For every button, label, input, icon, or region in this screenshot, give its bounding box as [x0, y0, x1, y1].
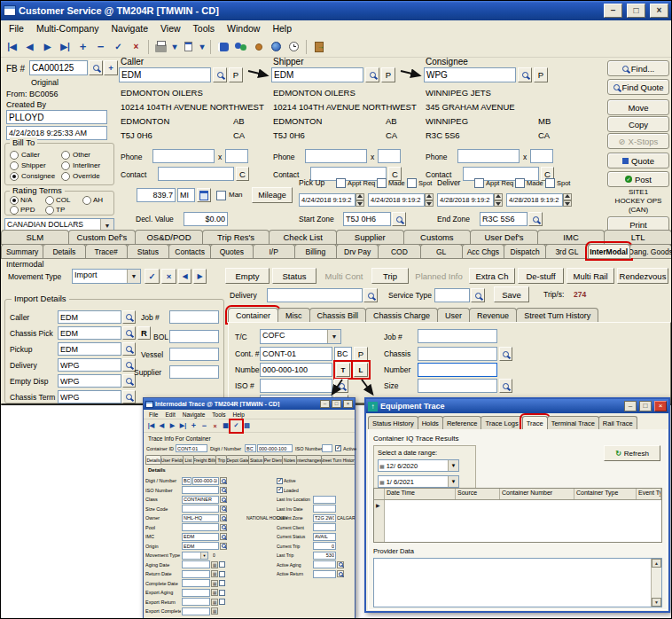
id-empty-disp-input[interactable]: [58, 374, 121, 388]
maximize-icon[interactable]: □: [639, 401, 652, 411]
date-to-picker[interactable]: ▦ 1/ 6/2021 ▼: [378, 475, 459, 488]
fb-new-icon[interactable]: +: [104, 60, 118, 75]
delete-record-icon[interactable]: −: [92, 38, 109, 55]
minimize-icon[interactable]: –: [320, 400, 330, 408]
save-trace-icon[interactable]: ✓: [231, 421, 241, 431]
job2-input[interactable]: [418, 329, 497, 343]
new-record-icon[interactable]: +: [74, 38, 91, 55]
caller-lookup-icon[interactable]: [213, 67, 227, 82]
movement-type-select[interactable]: Import ▼: [72, 269, 141, 284]
cont-prefix-input[interactable]: [334, 347, 352, 361]
tab-dispatch[interactable]: Dispatch: [504, 244, 546, 258]
lookup-icon[interactable]: [220, 524, 227, 531]
fb-lookup-icon[interactable]: [89, 60, 103, 75]
print-icon[interactable]: [152, 38, 169, 55]
deliver-date-from-spinner[interactable]: [494, 193, 503, 207]
rating-na-radio[interactable]: [10, 196, 19, 205]
iso-input[interactable]: [182, 486, 219, 494]
origin-input[interactable]: [182, 542, 219, 550]
tab-list[interactable]: List: [183, 455, 193, 464]
deliver-appt-checkbox[interactable]: [474, 178, 484, 188]
cancel-record-icon[interactable]: ×: [210, 421, 220, 431]
tab-per-diem[interactable]: Per Diem: [263, 455, 284, 464]
nav-first-icon[interactable]: |◀: [4, 38, 20, 55]
tab-container[interactable]: Container: [228, 308, 278, 322]
movement-cancel-icon[interactable]: ×: [161, 269, 176, 284]
menu-help[interactable]: Help: [266, 21, 298, 35]
tab-check-list[interactable]: Check List: [269, 230, 337, 244]
pickup-made-checkbox[interactable]: [377, 178, 387, 188]
digit-prefix-input[interactable]: [245, 444, 256, 452]
chevron-down-icon[interactable]: ▼: [448, 460, 458, 471]
rating-tp-radio[interactable]: [45, 206, 54, 215]
shipper-code-input[interactable]: [271, 67, 363, 82]
id-chassis-term-lookup-icon[interactable]: [122, 390, 136, 404]
minimize-icon[interactable]: –: [604, 4, 622, 18]
move-button[interactable]: Move: [607, 99, 669, 115]
id-chassis-pick-lookup-icon[interactable]: [122, 326, 136, 340]
tab-chassis-charge[interactable]: Chassis Charge: [365, 308, 438, 322]
user-icon[interactable]: [250, 38, 267, 55]
current-trip-input[interactable]: [313, 542, 336, 550]
tab-holds[interactable]: Holds: [418, 416, 443, 429]
menu-help[interactable]: Help: [230, 411, 248, 418]
created-by-input[interactable]: [6, 110, 107, 124]
tab-freight-bills[interactable]: Freight Bills: [193, 455, 217, 464]
nav-last-icon[interactable]: ▶|: [178, 421, 188, 431]
current-client-input[interactable]: [313, 523, 336, 531]
loaded-checkbox[interactable]: [277, 487, 283, 493]
trace-l-button[interactable]: L: [354, 363, 368, 377]
tab-trace[interactable]: Trace#: [85, 244, 128, 258]
exit-icon[interactable]: [310, 38, 327, 55]
deliver-date-from-input[interactable]: [437, 193, 494, 207]
caller-ext-input[interactable]: [225, 149, 248, 163]
caller-contact-input[interactable]: [158, 167, 234, 181]
size2-input[interactable]: [418, 379, 497, 393]
shipper-phone-input[interactable]: [305, 149, 367, 163]
tab-supplier[interactable]: Supplier: [336, 230, 404, 244]
delete-record-icon[interactable]: −: [199, 421, 209, 431]
users-icon[interactable]: [232, 38, 249, 55]
save-record-icon[interactable]: ✓: [110, 38, 127, 55]
calendar-icon[interactable]: ▦: [211, 589, 218, 596]
tab-depot-gate[interactable]: Depot Gate: [226, 455, 249, 464]
deliver-made-checkbox[interactable]: [515, 178, 525, 188]
export-return-input[interactable]: [182, 598, 210, 606]
provider-data-box[interactable]: ▲ ▼: [373, 558, 662, 607]
lookup-icon[interactable]: [337, 561, 344, 568]
calendar-icon[interactable]: ▦: [211, 607, 218, 615]
bill-to-caller-radio[interactable]: [10, 151, 19, 160]
tab-details[interactable]: Details: [43, 244, 85, 258]
miles-unit-input[interactable]: [177, 188, 195, 202]
id-chassis-pick-input[interactable]: [58, 326, 121, 340]
id-vessel-input[interactable]: [169, 348, 219, 361]
pickup-date-from-spinner[interactable]: [356, 193, 364, 207]
shipper-lookup-icon[interactable]: [365, 67, 379, 82]
active-checkbox[interactable]: [335, 445, 341, 451]
iso-number-input[interactable]: [322, 444, 332, 452]
service-type-lookup-icon[interactable]: [471, 288, 485, 302]
trip-button[interactable]: Trip: [371, 268, 409, 284]
export-complete-input[interactable]: [182, 607, 210, 615]
lookup-icon[interactable]: [220, 477, 227, 484]
id-supplier-input[interactable]: [169, 365, 219, 379]
scroll-track[interactable]: [652, 568, 661, 598]
copy-button[interactable]: Copy: [607, 116, 669, 132]
number2-input[interactable]: [418, 363, 497, 377]
return-date-checkbox[interactable]: [219, 571, 225, 577]
bill-to-interliner-radio[interactable]: [61, 161, 70, 170]
tab-cod[interactable]: COD: [378, 244, 420, 258]
forms-dropdown-icon[interactable]: ▾: [198, 38, 207, 55]
tab-chassis-bill[interactable]: Chassis Bill: [309, 308, 367, 322]
status-button[interactable]: Status: [272, 268, 316, 284]
size-code-input[interactable]: [182, 505, 219, 513]
miles-input[interactable]: [137, 188, 176, 202]
pickup-spot-checkbox[interactable]: [407, 178, 417, 188]
class-input[interactable]: [182, 496, 219, 504]
chevron-down-icon[interactable]: ▼: [448, 476, 458, 487]
caller-code-input[interactable]: [119, 67, 211, 82]
aging-date-input[interactable]: [182, 560, 210, 568]
results-table[interactable]: Date Time Source Container Number Contai…: [373, 488, 662, 543]
tab-imc[interactable]: IMC: [537, 230, 606, 244]
lookup-icon[interactable]: [220, 514, 227, 521]
